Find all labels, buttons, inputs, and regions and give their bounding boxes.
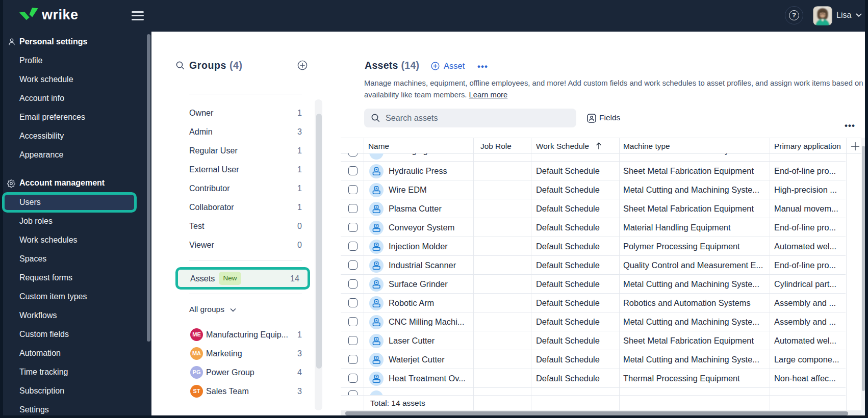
svg-text:wrike: wrike	[41, 7, 79, 22]
